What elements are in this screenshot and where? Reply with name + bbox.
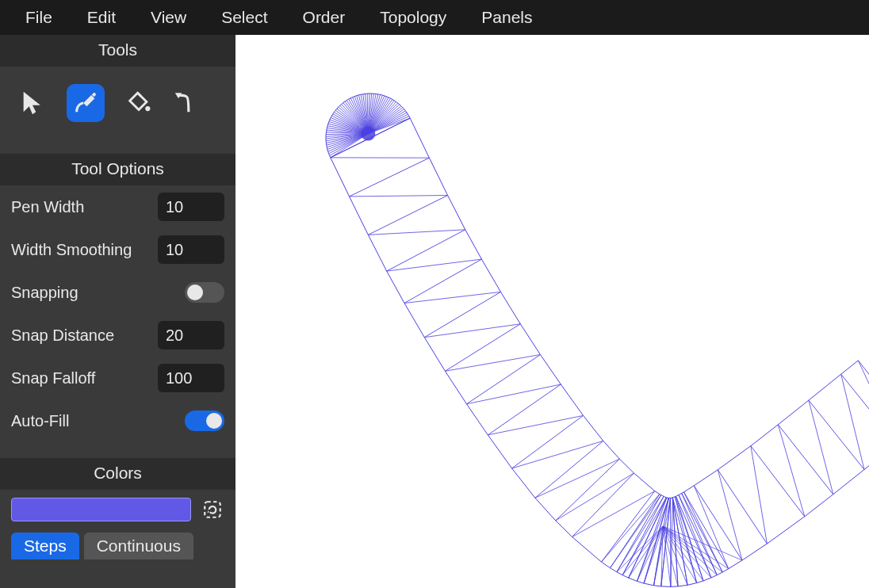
canvas[interactable] <box>235 35 869 588</box>
svg-line-32 <box>617 495 661 572</box>
svg-line-15 <box>445 355 540 372</box>
menu-select[interactable]: Select <box>204 0 285 35</box>
svg-line-144 <box>617 526 663 572</box>
svg-line-12 <box>424 292 500 337</box>
tool-curve[interactable] <box>173 90 200 116</box>
svg-line-39 <box>637 498 668 582</box>
option-snap-distance: Snap Distance <box>11 320 224 350</box>
snapping-toggle[interactable] <box>185 282 224 303</box>
svg-line-24 <box>556 459 620 521</box>
width-smoothing-input[interactable] <box>158 235 224 264</box>
color-row <box>11 498 224 521</box>
svg-line-68 <box>751 446 805 517</box>
svg-line-5 <box>350 196 448 197</box>
menu-panels[interactable]: Panels <box>464 0 549 35</box>
tool-options-panel: Pen Width Width Smoothing Snapping Snap … <box>0 185 235 458</box>
color-swatch[interactable] <box>11 498 191 521</box>
curve-icon <box>173 90 200 116</box>
tool-pen[interactable] <box>67 84 105 122</box>
svg-line-59 <box>682 494 718 575</box>
menu-order[interactable]: Order <box>285 0 363 35</box>
svg-point-143 <box>361 127 375 141</box>
auto-fill-toggle[interactable] <box>185 410 224 431</box>
svg-line-64 <box>694 486 742 560</box>
option-snap-falloff: Snap Falloff <box>11 363 224 393</box>
svg-line-66 <box>718 470 767 544</box>
menu-file[interactable]: File <box>8 0 70 35</box>
svg-line-69 <box>778 425 804 517</box>
snap-falloff-label: Snap Falloff <box>11 369 95 388</box>
svg-line-71 <box>809 400 833 494</box>
svg-line-61 <box>684 492 723 572</box>
tool-options-header: Tool Options <box>0 154 235 185</box>
svg-line-20 <box>512 415 584 468</box>
svg-line-8 <box>387 230 465 271</box>
menu-view[interactable]: View <box>133 0 204 35</box>
cursor-icon <box>19 90 46 116</box>
colors-panel: Steps Continuous <box>0 490 235 559</box>
svg-line-49 <box>672 498 678 586</box>
menu-edit[interactable]: Edit <box>70 0 133 35</box>
svg-line-67 <box>751 446 768 544</box>
snap-distance-label: Snap Distance <box>11 326 114 345</box>
svg-line-65 <box>718 470 742 560</box>
snap-falloff-input[interactable] <box>158 364 224 392</box>
svg-line-154 <box>663 526 697 583</box>
svg-line-4 <box>350 158 430 197</box>
option-width-smoothing: Width Smoothing <box>11 235 224 265</box>
colors-header: Colors <box>0 458 235 490</box>
tool-bucket[interactable] <box>125 90 152 116</box>
tools-header: Tools <box>0 35 235 67</box>
tab-continuous[interactable]: Continuous <box>84 533 193 559</box>
svg-line-10 <box>404 259 481 303</box>
svg-line-28 <box>602 491 655 563</box>
sync-icon <box>202 499 223 520</box>
option-auto-fill: Auto-Fill <box>11 406 224 436</box>
svg-line-14 <box>445 324 520 372</box>
svg-line-23 <box>535 459 620 498</box>
canvas-drawing <box>235 35 869 588</box>
body-area: Tools <box>0 35 869 588</box>
svg-line-76 <box>858 361 869 430</box>
tab-steps[interactable]: Steps <box>11 533 79 559</box>
snap-distance-input[interactable] <box>158 321 224 349</box>
color-mode-tabs: Steps Continuous <box>11 533 224 559</box>
svg-line-21 <box>512 441 603 468</box>
svg-line-22 <box>535 441 603 498</box>
width-smoothing-label: Width Smoothing <box>11 241 132 259</box>
color-sync-button[interactable] <box>201 498 224 521</box>
svg-line-31 <box>611 495 661 568</box>
pen-width-label: Pen Width <box>11 198 84 216</box>
snapping-label: Snapping <box>11 284 78 302</box>
menu-bar: File Edit View Select Order Topology Pan… <box>0 0 869 35</box>
svg-line-70 <box>778 425 833 494</box>
tools-row <box>0 67 235 154</box>
sidebar: Tools <box>0 35 235 588</box>
svg-line-11 <box>404 292 501 303</box>
svg-point-0 <box>145 106 150 111</box>
svg-line-7 <box>368 230 465 235</box>
pen-icon <box>72 90 99 116</box>
option-snapping: Snapping <box>11 277 224 307</box>
pen-width-input[interactable] <box>158 193 224 221</box>
svg-line-159 <box>663 526 729 569</box>
svg-line-13 <box>424 324 520 338</box>
tool-select[interactable] <box>19 90 46 116</box>
svg-rect-1 <box>205 502 220 517</box>
bucket-icon <box>125 90 152 116</box>
svg-line-9 <box>387 259 482 271</box>
menu-topology[interactable]: Topology <box>362 0 464 35</box>
auto-fill-label: Auto-Fill <box>11 412 69 430</box>
svg-line-6 <box>368 196 447 235</box>
option-pen-width: Pen Width <box>11 192 224 222</box>
